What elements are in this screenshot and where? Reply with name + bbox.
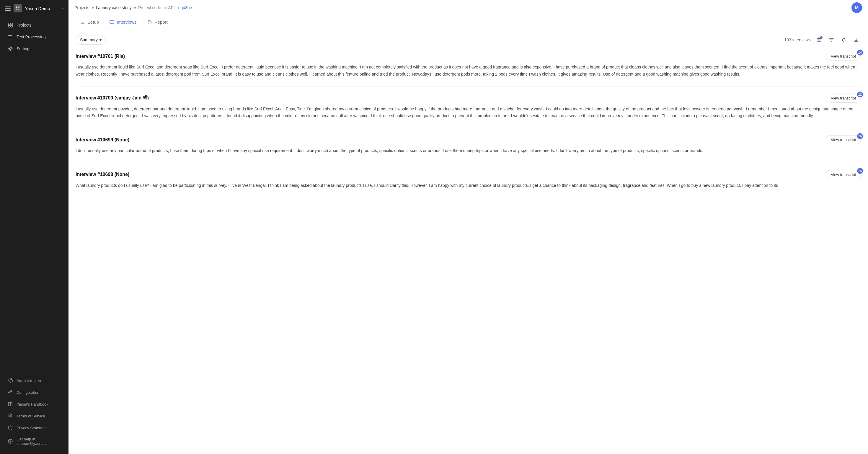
svg-point-26	[82, 23, 83, 24]
sidebar-item-handbook[interactable]: Yasna's Handbook	[2, 398, 66, 410]
tab-report[interactable]: Report	[143, 15, 173, 29]
refresh-icon-btn[interactable]	[839, 35, 848, 44]
sidebar-item-privacy[interactable]: Privacy Statement	[2, 422, 66, 433]
interview-header: Interview #10701 (Ria) View transcript 1…	[75, 52, 861, 61]
svg-line-15	[10, 391, 11, 393]
setup-icon	[80, 20, 85, 25]
tabs: Setup Interviews Report	[68, 15, 868, 29]
filter-icon	[829, 37, 834, 42]
menu-icon[interactable]	[5, 5, 11, 11]
download-icon-btn[interactable]	[851, 35, 861, 44]
interview-header: Interview #10699 (None) View transcript …	[75, 135, 861, 144]
toolbar-right: 103 interviews	[784, 35, 861, 44]
svg-rect-27	[110, 20, 114, 23]
user-avatar[interactable]: M	[851, 2, 862, 13]
grid-icon	[8, 23, 13, 28]
breadcrumb-sep2	[134, 7, 136, 8]
sidebar-item-text-processing[interactable]: Text Processing	[2, 31, 66, 42]
sidebar-item-support[interactable]: Get help at support@yasna.ai	[2, 434, 66, 449]
book-icon	[8, 401, 13, 407]
sidebar-item-terms[interactable]: Terms of Service	[2, 410, 66, 422]
interview-title: Interview #10699 (None)	[75, 137, 129, 142]
svg-rect-2	[16, 8, 18, 10]
sidebar-bottom: Administration Configuration Yasna's Han…	[0, 371, 68, 454]
interview-block: Interview #10698 (None) View transcript …	[75, 170, 861, 189]
svg-point-24	[82, 20, 83, 21]
help-icon	[8, 439, 13, 444]
sidebar-item-settings[interactable]: Settings	[2, 43, 66, 54]
interview-block: Interview #10701 (Ria) View transcript 1…	[75, 52, 861, 78]
sidebar-item-configuration[interactable]: Configuration	[2, 387, 66, 398]
interview-block: Interview #10700 (sanjay Jain जी) View t…	[75, 94, 861, 120]
svg-rect-10	[8, 38, 12, 38]
tool-icon	[8, 378, 13, 383]
svg-rect-9	[8, 37, 11, 37]
view-transcript-button[interactable]: View transcript 12	[826, 94, 861, 103]
transcript-badge: 16	[857, 133, 863, 139]
svg-rect-1	[18, 6, 20, 8]
text-icon	[8, 34, 13, 39]
svg-point-13	[11, 391, 12, 392]
svg-rect-8	[8, 35, 12, 36]
transcript-badge: 14	[857, 50, 863, 56]
svg-rect-0	[16, 6, 18, 8]
interview-title: Interview #10700 (sanjay Jain जी)	[75, 95, 149, 101]
sidebar-item-administration[interactable]: Administration	[2, 375, 66, 386]
chevron-down-icon: ▾	[99, 37, 101, 42]
interview-divider	[75, 163, 861, 163]
tab-setup[interactable]: Setup	[75, 15, 104, 29]
svg-rect-6	[8, 25, 10, 27]
svg-line-16	[10, 392, 11, 393]
interviews-icon	[110, 20, 114, 25]
report-icon	[147, 20, 152, 25]
download-icon	[854, 37, 859, 42]
summary-button[interactable]: Summary ▾	[75, 35, 106, 44]
svg-rect-5	[11, 23, 12, 25]
breadcrumb: Projects Laundry case study Project code…	[74, 5, 192, 10]
svg-rect-3	[18, 8, 20, 10]
interview-title: Interview #10698 (None)	[75, 172, 129, 177]
interview-header: Interview #10700 (sanjay Jain जी) View t…	[75, 94, 861, 103]
toolbar: Summary ▾ 103 interviews	[75, 35, 861, 44]
view-transcript-button[interactable]: View transcript 14	[826, 52, 861, 61]
toolbar-icons	[814, 35, 861, 44]
sidebar: Yasna Demo ▾ Projects Text Processing	[0, 0, 68, 454]
refresh-icon	[841, 37, 846, 42]
svg-point-25	[83, 22, 84, 23]
breadcrumb-projects[interactable]: Projects	[74, 5, 89, 10]
config-icon	[8, 390, 13, 395]
content-area: Summary ▾ 103 interviews	[68, 29, 868, 454]
tab-interviews[interactable]: Interviews	[105, 15, 142, 29]
interview-text: What laundry products do I usually use? …	[75, 182, 861, 189]
filter-icon-btn[interactable]	[827, 35, 836, 44]
view-transcript-button[interactable]: View transcript 15	[826, 170, 861, 179]
view-transcript-button[interactable]: View transcript 16	[826, 135, 861, 144]
svg-point-12	[8, 392, 10, 393]
topbar: Projects Laundry case study Project code…	[68, 0, 868, 15]
interview-block: Interview #10699 (None) View transcript …	[75, 135, 861, 154]
language-icon-btn[interactable]	[814, 35, 824, 44]
sidebar-item-projects[interactable]: Projects	[2, 20, 66, 31]
interview-text: I usually use detergent liquid like Surf…	[75, 64, 861, 78]
interview-text: I usually use detergent powder, detergen…	[75, 106, 861, 120]
app-name: Yasna Demo	[25, 6, 59, 11]
main-content: Projects Laundry case study Project code…	[68, 0, 868, 454]
interview-header: Interview #10698 (None) View transcript …	[75, 170, 861, 179]
app-logo	[13, 4, 22, 12]
breadcrumb-project[interactable]: Laundry case study	[96, 5, 132, 10]
svg-point-20	[10, 442, 10, 443]
breadcrumb-sep1	[92, 7, 94, 8]
doc-icon	[8, 413, 13, 419]
transcript-badge: 12	[857, 92, 863, 97]
sidebar-header[interactable]: Yasna Demo ▾	[0, 0, 68, 17]
svg-point-14	[11, 393, 12, 394]
notification-dot	[820, 36, 823, 39]
transcript-badge: 15	[857, 168, 863, 174]
interview-divider	[75, 86, 861, 87]
api-value: ugu3be	[178, 5, 192, 10]
interview-title: Interview #10701 (Ria)	[75, 54, 125, 59]
interviews-count: 103 interviews	[784, 37, 811, 42]
svg-rect-7	[11, 25, 12, 27]
sidebar-nav: Projects Text Processing Settings	[0, 17, 68, 371]
api-label: Project code for API:	[138, 5, 176, 10]
